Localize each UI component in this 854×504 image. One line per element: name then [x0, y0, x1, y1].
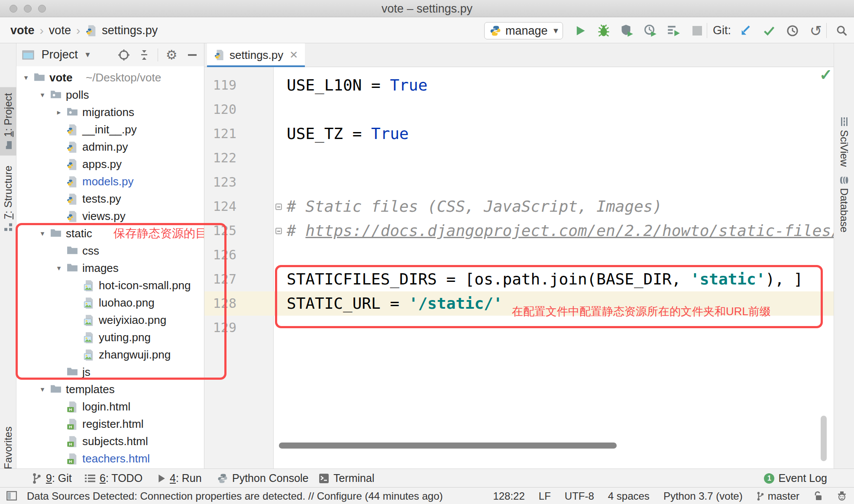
tool-window-toggle-icon[interactable]	[6, 490, 17, 501]
tool-window-button-terminal[interactable]: Terminal	[319, 469, 374, 488]
tree-item-tests-py[interactable]: tests.py	[16, 190, 204, 207]
inspections-ok-icon[interactable]: ✓	[819, 66, 832, 84]
tree-item-js[interactable]: js	[16, 363, 204, 381]
indent-indicator[interactable]: 4 spaces	[608, 490, 650, 502]
git-commit-button[interactable]	[760, 18, 779, 43]
tool-window-button-git[interactable]: 9: Git	[32, 469, 72, 488]
status-message[interactable]: Data Sources Detected: Connection proper…	[27, 488, 443, 504]
tool-window-button-project[interactable]: 1: Project	[0, 87, 18, 155]
run-button[interactable]	[571, 18, 590, 43]
chevron-expanded-icon[interactable]: ▾	[54, 264, 64, 273]
tree-item-subjects-html[interactable]: Hsubjects.html	[16, 433, 204, 450]
chevron-collapsed-icon[interactable]: ▸	[54, 108, 64, 117]
tree-item-teachers-html[interactable]: Hteachers.html	[16, 450, 204, 467]
hector-inspector-icon[interactable]	[837, 491, 847, 501]
fold-region-icon[interactable]	[275, 204, 282, 210]
vertical-scrollbar[interactable]	[821, 416, 827, 461]
editor-line-127[interactable]: 127STATICFILES_DIRS = [os.path.join(BASE…	[204, 267, 834, 291]
editor-line-119[interactable]: 119USE_L10N = True	[204, 73, 834, 97]
profiler-button[interactable]	[641, 18, 660, 43]
line-number[interactable]: 127	[204, 267, 236, 291]
chevron-expanded-icon[interactable]: ▾	[37, 385, 48, 394]
caret-position[interactable]: 128:22	[493, 490, 524, 502]
horizontal-scrollbar[interactable]	[279, 443, 617, 449]
tool-window-button-todo[interactable]: 6: TODO	[85, 469, 142, 488]
chevron-expanded-icon[interactable]: ▾	[37, 229, 48, 238]
tree-item-views-py[interactable]: views.py	[16, 207, 204, 225]
chevron-expanded-icon[interactable]: ▾	[37, 90, 48, 100]
line-number[interactable]: 121	[204, 122, 236, 146]
tree-item-templates[interactable]: ▾templates	[16, 381, 204, 398]
tool-window-button-run[interactable]: 4: Run	[158, 469, 202, 488]
collapse-all-icon[interactable]	[137, 47, 152, 63]
tree-item-weiyixiao-png[interactable]: weiyixiao.png	[16, 311, 204, 329]
tree-item-yuting-png[interactable]: yuting.png	[16, 329, 204, 346]
tree-item-login-html[interactable]: Hlogin.html	[16, 398, 204, 415]
line-number[interactable]: 122	[204, 146, 236, 170]
editor-line-123[interactable]: 123	[204, 170, 834, 194]
encoding-indicator[interactable]: UTF-8	[565, 490, 594, 502]
line-ending-indicator[interactable]: LF	[539, 490, 551, 502]
editor-line-124[interactable]: 124# Static files (CSS, JavaScript, Imag…	[204, 194, 834, 219]
editor-line-120[interactable]: 120	[204, 97, 834, 122]
tree-item--init-py[interactable]: __init__.py	[16, 121, 204, 138]
tree-item-css[interactable]: css	[16, 242, 204, 259]
tree-item-luohao-png[interactable]: luohao.png	[16, 294, 204, 311]
event-log-button[interactable]: 1 Event Log	[764, 469, 827, 488]
line-number[interactable]: 120	[204, 97, 236, 122]
lock-open-icon[interactable]	[813, 491, 823, 501]
close-icon[interactable]: ✕	[289, 49, 298, 61]
line-number[interactable]: 128	[204, 291, 236, 316]
line-number[interactable]: 123	[204, 170, 236, 194]
project-view-title[interactable]: Project	[42, 48, 78, 61]
tree-item-admin-py[interactable]: admin.py	[16, 138, 204, 155]
git-branch-indicator[interactable]: master	[757, 490, 799, 502]
run-configurations-button[interactable]	[664, 18, 683, 43]
tool-window-button-sciview[interactable]: SciView	[835, 111, 854, 173]
code-area[interactable]: 119USE_L10N = True120121USE_TZ = True122…	[204, 67, 834, 468]
editor-line-125[interactable]: 125# https://docs.djangoproject.com/en/2…	[204, 219, 834, 243]
editor[interactable]: settings.py ✕ 119USE_L10N = True120121US…	[204, 43, 834, 468]
fold-region-icon[interactable]	[275, 228, 282, 234]
settings-gear-icon[interactable]: ⚙	[164, 47, 179, 63]
editor-tab-settings-py[interactable]: settings.py ✕	[207, 43, 305, 67]
line-number[interactable]: 125	[204, 219, 236, 243]
tree-item-static[interactable]: ▾static保存静态资源的目录	[16, 225, 204, 242]
tree-item-vote[interactable]: ▾vote~/Desktop/vote	[16, 69, 204, 86]
chevron-expanded-icon[interactable]: ▾	[21, 73, 31, 82]
editor-line-126[interactable]: 126	[204, 243, 834, 267]
editor-line-122[interactable]: 122	[204, 146, 834, 170]
breadcrumb-project[interactable]: vote	[10, 24, 35, 37]
window-title: vote – settings.py	[0, 0, 854, 17]
line-number[interactable]: 129	[204, 316, 236, 340]
locate-icon[interactable]	[116, 47, 131, 63]
editor-line-129[interactable]: 129	[204, 316, 834, 340]
interpreter-indicator[interactable]: Python 3.7 (vote)	[663, 490, 743, 502]
hide-panel-icon[interactable]	[185, 47, 200, 63]
line-number[interactable]: 119	[204, 73, 236, 97]
tree-item-polls[interactable]: ▾polls	[16, 86, 204, 103]
tree-item-zhangwuji-png[interactable]: zhangwuji.png	[16, 346, 204, 363]
tool-window-button-database[interactable]: Database	[835, 170, 854, 239]
rollback-button[interactable]: ↺	[806, 18, 825, 43]
git-history-button[interactable]	[783, 18, 802, 43]
breadcrumb-file[interactable]: settings.py	[102, 24, 158, 37]
run-with-coverage-button[interactable]	[618, 18, 637, 43]
line-number[interactable]: 126	[204, 243, 236, 267]
git-update-button[interactable]	[736, 18, 755, 43]
breadcrumb-package[interactable]: vote	[49, 24, 71, 37]
tree-item-hot-icon-small-png[interactable]: hot-icon-small.png	[16, 277, 204, 294]
tool-window-button-python-console[interactable]: Python Console	[217, 469, 309, 488]
tree-item-register-html[interactable]: Hregister.html	[16, 415, 204, 433]
tree-item-apps-py[interactable]: apps.py	[16, 155, 204, 173]
line-number[interactable]: 124	[204, 194, 236, 219]
debug-button[interactable]	[594, 18, 613, 43]
tree-item-images[interactable]: ▾images	[16, 259, 204, 277]
tree-item-models-py[interactable]: models.py	[16, 173, 204, 190]
stop-button[interactable]	[688, 18, 707, 43]
editor-line-121[interactable]: 121USE_TZ = True	[204, 122, 834, 146]
tool-window-button-structure[interactable]: 7: Structure	[0, 159, 18, 237]
search-everywhere-icon[interactable]	[832, 18, 851, 43]
run-configuration-select[interactable]: manage ▼	[484, 22, 563, 39]
tree-item-migrations[interactable]: ▸migrations	[16, 103, 204, 121]
